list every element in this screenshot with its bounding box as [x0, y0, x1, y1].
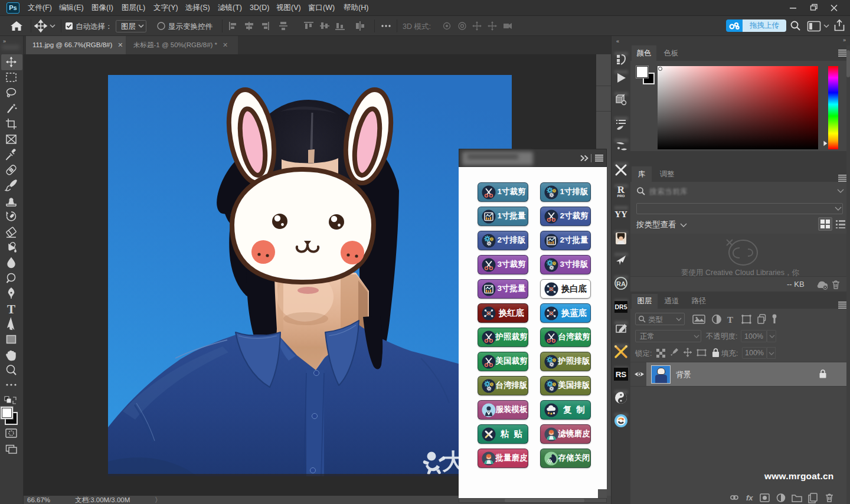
svg-text:fx: fx: [746, 493, 753, 502]
svg-text:DR5: DR5: [614, 303, 627, 310]
svg-text:3D 模式:: 3D 模式:: [403, 22, 431, 31]
svg-text:YY: YY: [614, 210, 627, 219]
svg-text:T: T: [727, 315, 733, 325]
svg-text:RS: RS: [616, 370, 627, 379]
svg-text:RA: RA: [616, 280, 626, 287]
svg-text:PRO: PRO: [617, 194, 625, 198]
svg-text:T: T: [7, 302, 15, 316]
